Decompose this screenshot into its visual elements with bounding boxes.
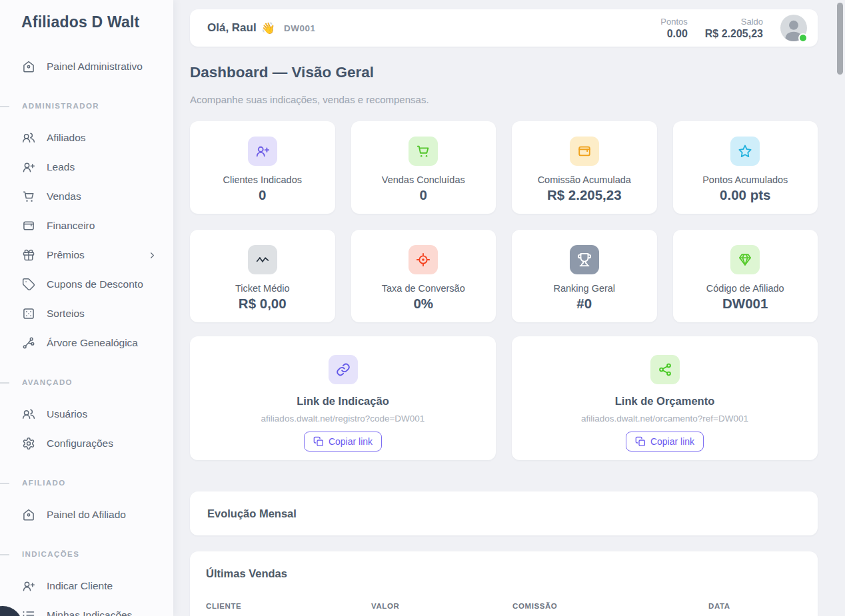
quote-link-card: Link de Orçamento afiliados.dwalt.net/or… — [512, 336, 818, 460]
user-plus-icon — [22, 579, 35, 593]
avatar[interactable] — [780, 15, 807, 41]
home-icon — [22, 60, 35, 73]
sidebar-item-label: Configurações — [47, 438, 113, 450]
column-header-comissao: COMISSÃO — [512, 602, 708, 610]
monthly-evolution-title: Evolução Mensal — [207, 507, 297, 520]
sidebar-item-cupons-de-desconto[interactable]: Cupons de Desconto — [0, 270, 173, 299]
sidebar-item-label: Árvore Genealógica — [47, 337, 138, 349]
points-value: 0.00 — [660, 28, 687, 40]
quote-link-url: afiliados.dwalt.net/orcamento?ref=DW001 — [581, 414, 748, 424]
tag-icon — [22, 278, 35, 291]
users-icon — [22, 131, 35, 145]
stat-value: 0% — [413, 296, 433, 312]
sidebar-item-configuracoes[interactable]: Configurações — [0, 429, 173, 458]
page-subtitle: Acompanhe suas indicações, vendas e reco… — [190, 94, 429, 105]
gear-icon — [22, 437, 35, 450]
stat-card-ticket-medio: Ticket Médio R$ 0,00 — [190, 230, 335, 322]
sidebar-item-label: Leads — [47, 161, 75, 173]
stats-grid: Clientes Indicados 0 Vendas Concluídas 0… — [190, 121, 818, 322]
balance-label: Saldo — [705, 17, 763, 27]
stat-label: Pontos Acumulados — [702, 174, 788, 185]
stat-label: Taxa de Conversão — [382, 283, 465, 294]
sidebar-item-label: Sorteios — [47, 308, 85, 320]
gift-icon — [22, 248, 35, 262]
sidebar-item-label: Afiliados — [47, 132, 86, 144]
affiliate-code-badge: DW001 — [284, 23, 316, 33]
latest-sales-title: Últimas Vendas — [206, 567, 802, 580]
sidebar-item-arvore-genealogica[interactable]: Árvore Genealógica — [0, 328, 173, 358]
link-card-title: Link de Orçamento — [615, 395, 714, 408]
sidebar-item-label: Indicar Cliente — [47, 580, 113, 592]
sidebar-item-vendas[interactable]: Vendas — [0, 182, 173, 211]
online-status-dot — [798, 33, 808, 43]
stat-label: Comissão Acumulada — [538, 174, 631, 185]
greeting-text: Olá, Raul — [207, 21, 257, 35]
sidebar-item-label: Cupons de Desconto — [47, 278, 143, 290]
sidebar-item-painel-do-afiliado[interactable]: Painel do Afiliado — [0, 500, 173, 529]
activity-icon — [248, 245, 277, 274]
stat-value: #0 — [576, 296, 592, 312]
stat-value: 0.00 pts — [720, 187, 770, 203]
sidebar-item-minhas-indicacoes[interactable]: Minhas Indicações — [0, 601, 173, 616]
users-icon — [22, 408, 35, 421]
stat-label: Vendas Concluídas — [382, 174, 465, 185]
stat-value: R$ 0,00 — [239, 296, 287, 312]
shopping-cart-icon — [409, 137, 438, 166]
sidebar-item-usuarios[interactable]: Usuários — [0, 400, 173, 429]
main-content: Olá, Raul 👋 DW001 Pontos 0.00 Saldo R$ 2… — [190, 0, 818, 616]
stat-card-codigo-de-afiliado: Código de Afiliado DW001 — [673, 230, 818, 322]
gem-icon — [730, 245, 760, 274]
share-icon — [650, 355, 680, 384]
copy-icon — [313, 436, 324, 447]
sidebar-item-indicar-cliente[interactable]: Indicar Cliente — [0, 571, 173, 601]
monthly-evolution-panel: Evolução Mensal — [190, 491, 818, 535]
copy-referral-link-button[interactable]: Copiar link — [304, 432, 382, 452]
stat-label: Ticket Médio — [235, 283, 290, 294]
sidebar-section-avancado: AVANÇADO — [0, 358, 173, 400]
shopping-cart-icon — [22, 190, 35, 203]
list-icon — [22, 609, 35, 616]
sales-table-header: CLIENTE VALOR COMISSÃO DATA — [206, 602, 802, 610]
referral-link-url: afiliados.dwalt.net/registro?code=DW001 — [261, 414, 425, 424]
sidebar-item-financeiro[interactable]: Financeiro — [0, 211, 173, 240]
sidebar-item-label: Financeiro — [47, 220, 95, 232]
topbar: Olá, Raul 👋 DW001 Pontos 0.00 Saldo R$ 2… — [190, 9, 818, 47]
topbar-right: Pontos 0.00 Saldo R$ 2.205,23 — [660, 15, 807, 41]
crosshair-icon — [409, 245, 438, 274]
app-title: Afiliados D Walt — [21, 13, 139, 31]
sidebar-item-premios[interactable]: Prêmios — [0, 240, 173, 270]
balance-value: R$ 2.205,23 — [705, 28, 763, 40]
sidebar-nav: Painel Administrativo ADMINISTRADOR Afil… — [0, 52, 173, 616]
copy-button-label: Copiar link — [650, 436, 694, 447]
trophy-icon — [570, 245, 599, 274]
chevron-right-icon — [147, 250, 157, 260]
sidebar-item-painel-administrativo[interactable]: Painel Administrativo — [0, 52, 173, 81]
sidebar-item-label: Vendas — [47, 190, 81, 202]
sidebar: Afiliados D Walt Painel Administrativo A… — [0, 0, 173, 616]
copy-icon — [635, 436, 646, 447]
referral-link-card: Link de Indicação afiliados.dwalt.net/re… — [190, 336, 496, 460]
network-icon — [22, 336, 35, 350]
stat-card-pontos-acumulados: Pontos Acumulados 0.00 pts — [673, 121, 818, 214]
wallet-icon — [570, 137, 599, 166]
link-icon — [329, 355, 358, 384]
wave-emoji: 👋 — [261, 21, 275, 35]
points-label: Pontos — [660, 17, 687, 27]
home-icon — [22, 508, 35, 521]
stat-card-comissao-acumulada: Comissão Acumulada R$ 2.205,23 — [512, 121, 657, 214]
sidebar-item-afiliados[interactable]: Afiliados — [0, 123, 173, 153]
sidebar-item-label: Prêmios — [47, 249, 85, 261]
stat-card-clientes-indicados: Clientes Indicados 0 — [190, 121, 335, 214]
sidebar-item-sorteios[interactable]: Sorteios — [0, 299, 173, 328]
star-icon — [730, 137, 760, 166]
stat-card-taxa-de-conversao: Taxa de Conversão 0% — [351, 230, 496, 322]
user-plus-icon — [22, 160, 35, 174]
page-title: Dashboard — Visão Geral — [190, 64, 374, 81]
sidebar-item-leads[interactable]: Leads — [0, 153, 173, 182]
stat-value: DW001 — [722, 296, 768, 312]
copy-quote-link-button[interactable]: Copiar link — [626, 432, 704, 452]
stat-label: Clientes Indicados — [223, 174, 303, 185]
link-card-title: Link de Indicação — [297, 395, 389, 408]
scrollbar-thumb[interactable] — [837, 3, 843, 75]
wallet-icon — [22, 219, 35, 232]
